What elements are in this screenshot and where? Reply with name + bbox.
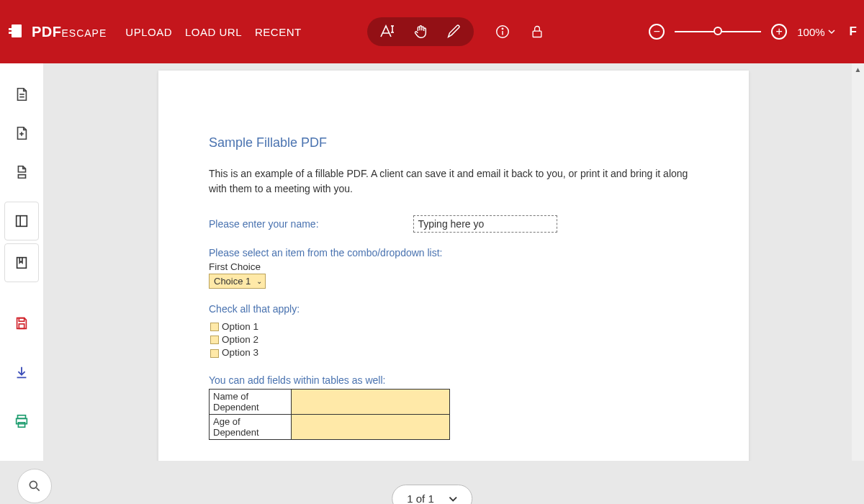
logo-icon	[9, 22, 27, 41]
combo-label: Please select an item from the combo/dro…	[209, 247, 698, 258]
sidebar-add-page-icon[interactable]	[4, 114, 39, 153]
search-button[interactable]	[17, 469, 52, 503]
scroll-up-arrow-icon[interactable]: ▲	[852, 63, 864, 76]
sidebar-save-icon[interactable]	[4, 304, 39, 343]
sidebar-split-page-icon[interactable]	[4, 153, 39, 192]
sidebar-print-icon[interactable]	[4, 402, 39, 441]
lock-icon[interactable]	[527, 22, 547, 42]
tool-extra	[492, 22, 547, 42]
info-icon[interactable]	[492, 22, 513, 42]
zoom-slider[interactable]	[675, 31, 761, 32]
tool-pill	[367, 17, 474, 46]
zoom-controls: − + 100% F	[649, 24, 857, 40]
checkbox-option-3[interactable]	[210, 349, 219, 358]
document-viewport[interactable]: Sample Fillable PDF This is an example o…	[43, 63, 864, 461]
left-sidebar	[0, 63, 43, 461]
name-label: Please enter your name:	[209, 218, 319, 230]
svg-rect-17	[19, 318, 24, 322]
header-nav: UPLOAD LOAD URL RECENT	[125, 26, 301, 38]
page-indicator-label: 1 of 1	[407, 492, 434, 504]
svg-rect-1	[9, 28, 13, 30]
name-input[interactable]: Typing here yo	[413, 215, 557, 233]
pencil-tool-icon[interactable]	[444, 22, 464, 42]
svg-line-23	[37, 488, 40, 491]
chevron-down-icon	[449, 495, 457, 503]
check-label: Check all that apply:	[209, 303, 698, 315]
table-r1-field[interactable]	[292, 389, 450, 414]
svg-rect-21	[18, 423, 24, 427]
svg-rect-0	[12, 24, 22, 37]
sidebar-download-icon[interactable]	[4, 353, 39, 392]
option-1-label: Option 1	[222, 320, 258, 333]
table-label: You can add fields within tables as well…	[209, 374, 698, 386]
chevron-down-icon	[828, 28, 835, 35]
hand-tool-icon[interactable]	[410, 22, 431, 42]
zoom-level-dropdown[interactable]: 100%	[797, 26, 834, 38]
logo-text: PDFescape	[32, 24, 107, 40]
first-choice-label: First Choice	[209, 261, 698, 272]
choice-dropdown[interactable]: Choice 1 ⌄	[209, 274, 266, 289]
option-3-label: Option 3	[222, 346, 258, 359]
nav-load-url[interactable]: LOAD URL	[185, 26, 242, 38]
zoom-level-label: 100%	[797, 26, 824, 38]
text-tool-icon[interactable]	[377, 22, 397, 42]
svg-rect-14	[17, 216, 27, 227]
nav-upload[interactable]: UPLOAD	[125, 26, 172, 38]
table-r2-field[interactable]	[292, 414, 450, 439]
table-r2-label: Age of Dependent	[210, 414, 292, 439]
zoom-slider-handle[interactable]	[714, 27, 722, 35]
checkbox-option-2[interactable]	[210, 336, 219, 344]
footer-bar: 1 of 1	[0, 461, 864, 504]
pdf-page: Sample Fillable PDF This is an example o…	[158, 71, 749, 461]
table-r1-label: Name of Dependent	[210, 389, 292, 414]
vertical-scrollbar[interactable]: ▲	[852, 63, 864, 461]
zoom-out-button[interactable]: −	[649, 24, 665, 40]
checkbox-group: Option 1 Option 2 Option 3	[209, 320, 698, 360]
sidebar-layout-icon[interactable]	[4, 202, 39, 240]
svg-point-22	[30, 481, 37, 488]
sidebar-bookmark-icon[interactable]	[4, 243, 39, 282]
nav-recent[interactable]: RECENT	[255, 26, 302, 38]
option-2-label: Option 2	[222, 333, 258, 346]
page-indicator-dropdown[interactable]: 1 of 1	[392, 485, 472, 504]
sidebar-page-icon[interactable]	[4, 75, 39, 114]
choice-selected: Choice 1	[214, 276, 251, 287]
svg-rect-18	[19, 324, 24, 328]
doc-title: Sample Fillable PDF	[209, 135, 698, 150]
app-header: PDFescape UPLOAD LOAD URL RECENT	[0, 0, 864, 63]
tool-group	[367, 17, 547, 46]
search-icon	[27, 479, 42, 493]
doc-intro: This is an example of a fillable PDF. A …	[209, 166, 698, 197]
chevron-down-icon: ⌄	[256, 277, 262, 285]
svg-point-8	[502, 28, 503, 29]
checkbox-option-1[interactable]	[210, 323, 219, 331]
dependent-table: Name of Dependent Age of Dependent	[209, 389, 450, 440]
svg-rect-9	[533, 31, 541, 37]
zoom-in-button[interactable]: +	[771, 24, 787, 40]
app-logo[interactable]: PDFescape	[9, 22, 107, 41]
header-right-edge: F	[850, 24, 857, 39]
svg-rect-2	[9, 32, 13, 34]
